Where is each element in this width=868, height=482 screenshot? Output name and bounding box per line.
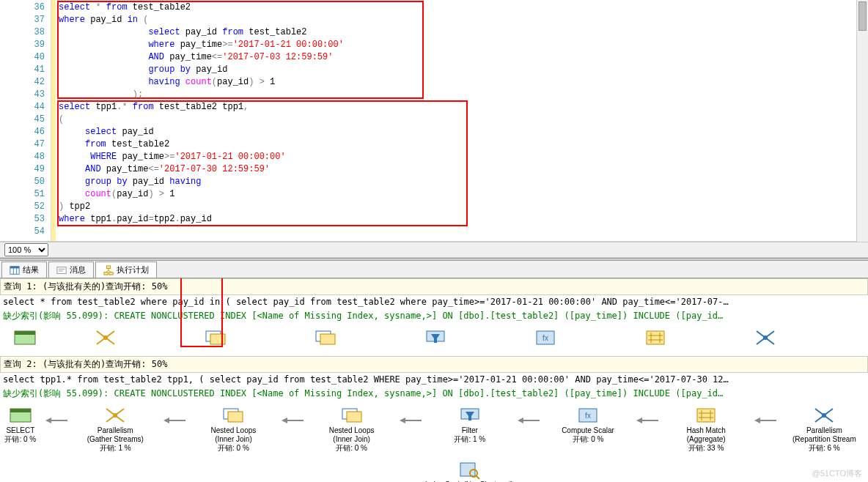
plan-label: Parallelism [75, 426, 156, 435]
plan-node-hash[interactable] [604, 328, 707, 349]
plan-node-hash[interactable]: Hash Match (Aggregate) 开销: 33 % [666, 406, 747, 453]
arrow-icon [282, 413, 304, 428]
plan-sub: (Gather Streams) [75, 435, 156, 444]
line-number: 52 [0, 201, 45, 213]
parallelism-icon [103, 406, 127, 425]
line-number: 54 [0, 226, 45, 238]
hash-icon [694, 406, 718, 425]
arrow-icon [518, 413, 540, 428]
query-block-1: 查询 1: (与该批有关的)查询开销: 50% select * from te… [0, 278, 868, 356]
code-line[interactable]: select pay_id [56, 126, 868, 138]
plan-label: Nested Loops [193, 426, 274, 435]
code-line[interactable]: where pay_id in ( [56, 14, 868, 26]
tab-results[interactable]: 结果 [1, 262, 47, 278]
code-line[interactable]: group by pay_id [56, 64, 868, 76]
query1-missing-index[interactable]: 缺少索引(影响 55.099): CREATE NONCLUSTERED IND… [0, 308, 868, 324]
indexseek-icon [457, 460, 481, 479]
filter-icon [424, 328, 447, 347]
svg-rect-37 [228, 412, 243, 422]
code-line[interactable]: ( [56, 114, 868, 126]
nestedloops-icon [204, 328, 227, 347]
plan-node-compute[interactable]: fx [494, 328, 597, 349]
plan-label: Compute Scalar [547, 426, 628, 435]
svg-rect-7 [106, 265, 110, 268]
plan-node-parallel[interactable] [54, 328, 157, 349]
plan-cost: 开销: 6 % [784, 444, 865, 453]
svg-rect-4 [57, 267, 66, 273]
execution-plan-pane[interactable]: 查询 1: (与该批有关的)查询开销: 50% select * from te… [0, 278, 868, 482]
plan-node-nestedloops[interactable]: Nested Loops (Inner Join) 开销: 0 % [311, 406, 392, 453]
arrow-icon [163, 413, 185, 428]
svg-rect-17 [210, 334, 225, 344]
arrow-icon [636, 413, 658, 428]
plan-icon [103, 265, 114, 275]
plan-node-select[interactable] [3, 328, 47, 349]
scrollbar-thumb[interactable] [858, 1, 867, 31]
code-line[interactable]: ); [56, 89, 868, 101]
code-line[interactable]: AND pay_time<='2017-07-30 12:59:59' [56, 163, 868, 176]
code-line[interactable]: select pay_id from test_table2 [56, 26, 868, 39]
plan-node-parallel[interactable] [714, 328, 817, 349]
query2-header: 查询 2: (与该批有关的)查询开销: 50% [0, 356, 868, 373]
code-line[interactable]: select tpp1.* from test_table2 tpp1, [56, 101, 868, 114]
query2-sql[interactable]: select tpp1.* from test_table2 tpp1, ( s… [0, 373, 868, 386]
code-line[interactable]: WHERE pay_time>='2017-01-21 00:00:00' [56, 151, 868, 163]
plan-node-nestedloops[interactable] [164, 328, 267, 349]
code-line[interactable]: where tpp1.pay_id=tpp2.pay_id [56, 213, 868, 226]
code-line[interactable]: group by pay_id having [56, 176, 868, 188]
tab-execution-plan[interactable]: 执行计划 [95, 262, 157, 278]
code-area[interactable]: select * from test_table2 where pay_id i… [56, 0, 868, 241]
line-number: 42 [0, 76, 45, 89]
nestedloops-icon [340, 406, 364, 425]
plan-node-parallel[interactable]: Parallelism (Repartition Stream 开销: 6 % [784, 406, 865, 453]
tab-messages[interactable]: 消息 [48, 262, 94, 278]
compute-icon: fx [534, 328, 557, 347]
code-line[interactable]: having count(pay_id) > 1 [56, 76, 868, 89]
code-line[interactable]: count(pay_id) > 1 [56, 188, 868, 201]
line-number: 36 [0, 1, 45, 14]
query-block-2: 查询 2: (与该批有关的)查询开销: 50% select tpp1.* fr… [0, 356, 868, 482]
svg-marker-39 [282, 418, 287, 423]
query1-sql[interactable]: select * from test_table2 where pay_id i… [0, 295, 868, 308]
plan-sub: (Inner Join) [311, 435, 392, 444]
code-line[interactable]: from test_table2 [56, 138, 868, 151]
code-line[interactable]: ) tpp2 [56, 201, 868, 213]
line-number: 50 [0, 176, 45, 188]
svg-rect-14 [15, 331, 35, 335]
query2-plan-row2: Index Seek (NonClustered) [test_table2].… [0, 460, 868, 482]
vertical-scrollbar[interactable] [856, 0, 868, 242]
code-line[interactable]: AND pay_time<='2017-07-03 12:59:59' [56, 51, 868, 64]
parallelism-icon [812, 406, 836, 425]
plan-node-parallel[interactable]: Parallelism (Gather Streams) 开销: 1 % [75, 406, 156, 453]
line-number: 41 [0, 64, 45, 76]
code-line[interactable]: where pay_time>='2017-01-21 00:00:00' [56, 39, 868, 51]
line-number: 51 [0, 188, 45, 201]
plan-node-compute[interactable]: fx Compute Scalar 开销: 0 % [547, 406, 628, 444]
line-number-gutter: 36 37 38 39 40 41 42 43 44 45 46 47 48 4… [0, 0, 51, 241]
query2-missing-index[interactable]: 缺少索引(影响 55.099): CREATE NONCLUSTERED IND… [0, 386, 868, 401]
query2-plan-row: SELECT 开销: 0 % Parallelism (Gather Strea… [0, 401, 868, 460]
line-number: 43 [0, 89, 45, 101]
watermark: @51CTO博客 [812, 468, 862, 479]
plan-cost: 开销: 1 % [75, 444, 156, 453]
line-number: 38 [0, 26, 45, 39]
code-line[interactable]: select * from test_table2 [56, 1, 868, 14]
plan-node-indexseek[interactable]: Index Seek (NonClustered) [test_table2].… [396, 460, 542, 482]
plan-node-nestedloops[interactable]: Nested Loops (Inner Join) 开销: 0 % [193, 406, 274, 453]
svg-marker-57 [754, 418, 760, 423]
plan-node-select[interactable]: SELECT 开销: 0 % [3, 406, 38, 444]
compute-icon: fx [576, 406, 600, 425]
line-number: 44 [0, 101, 45, 114]
svg-point-15 [103, 335, 108, 340]
plan-node-filter[interactable]: Filter 开销: 1 % [429, 406, 510, 444]
svg-rect-19 [320, 334, 335, 344]
plan-label: Nested Loops [311, 426, 392, 435]
plan-node-nestedloops[interactable] [274, 328, 377, 349]
sql-editor[interactable]: 36 37 38 39 40 41 42 43 44 45 46 47 48 4… [0, 0, 868, 242]
svg-rect-1 [10, 266, 19, 268]
plan-node-filter[interactable] [384, 328, 487, 349]
nestedloops-icon [221, 406, 245, 425]
zoom-select[interactable]: 100 % [4, 243, 48, 256]
svg-rect-23 [647, 331, 664, 344]
tab-results-label: 结果 [23, 264, 39, 275]
